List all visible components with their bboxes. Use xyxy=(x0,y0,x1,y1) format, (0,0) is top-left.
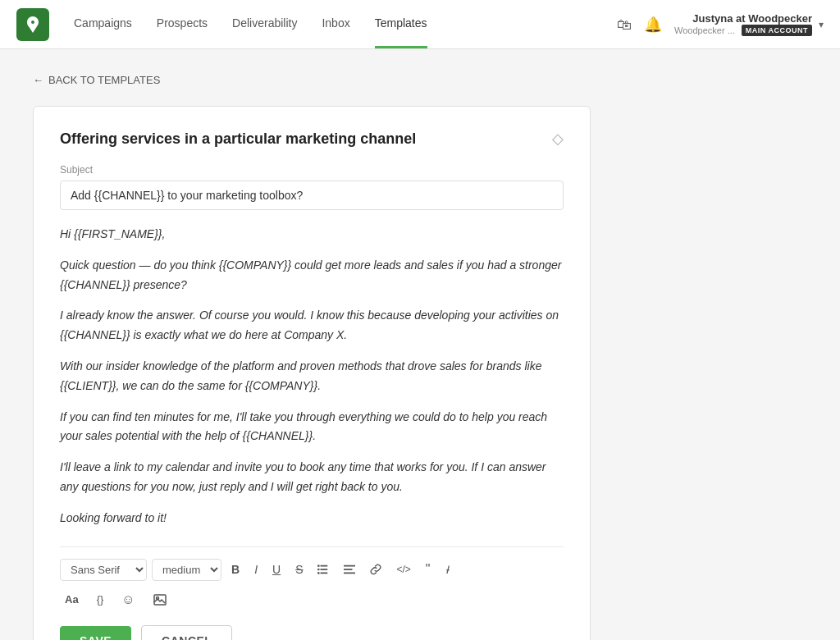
back-to-templates-link[interactable]: ← BACK TO TEMPLATES xyxy=(33,74,807,86)
snippet-button[interactable]: {} xyxy=(92,590,109,609)
quote-button[interactable]: " xyxy=(421,560,436,579)
user-menu[interactable]: Justyna at Woodpecker Woodpecker ... MAI… xyxy=(674,12,824,36)
toolbar-row-formatting: Sans Serif Serif Monospace small medium … xyxy=(60,559,564,581)
body-paragraph-6: Looking forward to it! xyxy=(60,509,564,528)
svg-rect-2 xyxy=(321,573,328,574)
strikethrough-button[interactable]: S xyxy=(290,560,308,578)
italic-button[interactable]: I xyxy=(249,560,262,578)
nav-deliverability[interactable]: Deliverability xyxy=(232,16,297,33)
text-size-icon-button[interactable]: Aa xyxy=(60,590,84,609)
save-button[interactable]: SAVE xyxy=(60,626,131,640)
bold-button[interactable]: B xyxy=(226,560,244,578)
user-name: Justyna at Woodpecker xyxy=(674,12,812,25)
user-account: Woodpecker ... xyxy=(674,25,735,35)
main-content: ← BACK TO TEMPLATES Offering services in… xyxy=(0,49,840,640)
link-button[interactable] xyxy=(365,561,386,578)
navbar: Campaigns Prospects Deliverability Inbox… xyxy=(0,0,840,49)
image-button[interactable] xyxy=(148,590,171,610)
svg-rect-1 xyxy=(321,569,328,570)
clear-format-button[interactable]: Ɨ xyxy=(441,561,454,578)
action-row: SAVE CANCEL xyxy=(60,625,564,640)
user-info: Justyna at Woodpecker Woodpecker ... MAI… xyxy=(674,12,812,36)
body-paragraph-4: If you can find ten minutes for me, I'll… xyxy=(60,408,564,447)
body-paragraph-1: Quick question — do you think {{COMPANY}… xyxy=(60,256,564,295)
chevron-down-icon[interactable]: ▾ xyxy=(819,19,824,30)
body-paragraph-2: I already know the answer. Of course you… xyxy=(60,306,564,345)
nav-campaigns[interactable]: Campaigns xyxy=(74,16,132,33)
navbar-right: Justyna at Woodpecker Woodpecker ... MAI… xyxy=(617,12,824,36)
svg-rect-8 xyxy=(344,573,355,574)
svg-point-5 xyxy=(317,572,320,574)
logo-icon xyxy=(23,15,43,34)
font-family-select[interactable]: Sans Serif Serif Monospace xyxy=(60,559,147,581)
subject-label: Subject xyxy=(60,164,564,176)
body-paragraph-3: With our insider knowledge of the platfo… xyxy=(60,357,564,396)
code-button[interactable]: </> xyxy=(391,561,415,578)
app-logo xyxy=(16,8,49,41)
body-paragraph-0: Hi {{FIRST_NAME}}, xyxy=(60,225,564,245)
back-link-label: BACK TO TEMPLATES xyxy=(48,74,160,86)
svg-point-3 xyxy=(317,565,320,567)
nav-templates[interactable]: Templates xyxy=(375,16,427,33)
nav-links: Campaigns Prospects Deliverability Inbox… xyxy=(74,16,617,33)
template-header: Offering services in a particular market… xyxy=(60,130,564,148)
svg-rect-6 xyxy=(344,565,355,567)
toolbar-row-insert: Aa {} ☺ xyxy=(60,589,564,610)
subject-input[interactable] xyxy=(60,181,564,210)
bookmark-icon[interactable]: ◇ xyxy=(552,130,564,148)
template-title: Offering services in a particular market… xyxy=(60,130,416,148)
bell-icon[interactable] xyxy=(644,15,662,34)
nav-inbox[interactable]: Inbox xyxy=(322,16,349,33)
email-body[interactable]: Hi {{FIRST_NAME}}, Quick question — do y… xyxy=(60,225,564,528)
main-account-badge: MAIN ACCOUNT xyxy=(742,25,812,36)
font-size-select[interactable]: small medium large xyxy=(152,559,221,581)
emoji-button[interactable]: ☺ xyxy=(116,589,139,610)
align-button[interactable] xyxy=(339,561,360,578)
underline-button[interactable]: U xyxy=(267,560,285,578)
svg-rect-7 xyxy=(344,569,353,570)
cancel-button[interactable]: CANCEL xyxy=(141,625,232,640)
body-paragraph-5: I'll leave a link to my calendar and inv… xyxy=(60,458,564,497)
svg-point-4 xyxy=(317,569,320,571)
shopping-bag-icon[interactable] xyxy=(617,15,632,34)
nav-prospects[interactable]: Prospects xyxy=(157,16,208,33)
template-card: Offering services in a particular market… xyxy=(33,106,591,640)
arrow-left-icon: ← xyxy=(33,74,43,86)
editor-toolbar: Sans Serif Serif Monospace small medium … xyxy=(60,546,564,610)
svg-rect-0 xyxy=(321,565,328,567)
bullet-list-button[interactable] xyxy=(313,561,334,578)
